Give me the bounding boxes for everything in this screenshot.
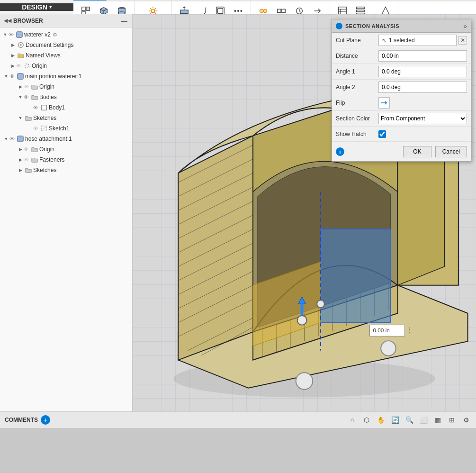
tree-label-hose-sketches: Sketches — [33, 167, 56, 173]
tab-plastic[interactable]: PLASTIC — [235, 0, 275, 0]
ok-button[interactable]: OK — [403, 146, 431, 157]
tree-arrow-bodies[interactable]: ▼ — [17, 94, 24, 100]
section-panel-expand-btn[interactable]: » — [463, 22, 467, 30]
display-mode-icon[interactable]: ▦ — [432, 415, 443, 425]
tree-arrow-named-views[interactable]: ▶ — [9, 52, 16, 59]
eye-origin[interactable]: 👁 — [16, 63, 21, 69]
tree-arrow-hose-sketches[interactable]: ▶ — [17, 167, 24, 173]
eye-fasteners[interactable]: 👁 — [24, 157, 29, 163]
grid-icon[interactable]: ⊞ — [447, 415, 457, 425]
home-icon[interactable]: ⌂ — [347, 415, 358, 425]
flip-label: Flip — [336, 100, 378, 106]
tab-surface[interactable]: SURFACE — [107, 0, 149, 0]
tree-arrow-fasteners[interactable]: ▶ — [17, 156, 24, 163]
viewport[interactable]: 0.00 in ⋮ SECTION ANALYSIS » Cut Plane ↖… — [133, 14, 476, 411]
action-buttons: OK Cancel — [403, 146, 467, 157]
tree-item-root[interactable]: ▼ 👁 waterer v2 ⚙ — [0, 29, 132, 40]
eye-hose[interactable]: 👁 — [9, 136, 15, 142]
tree-item-hose[interactable]: ▼ 👁 hose attachment:1 — [0, 134, 132, 144]
design-label: DESIGN — [22, 3, 47, 11]
flip-button[interactable] — [378, 97, 390, 109]
add-comment-btn[interactable]: + — [41, 415, 50, 425]
tree-arrow-root[interactable]: ▼ — [2, 31, 9, 38]
tree-item-fasteners[interactable]: ▶ 👁 Fasteners — [0, 155, 132, 165]
cut-plane-selected-badge[interactable]: ↖ 1 selected — [378, 35, 457, 46]
eye-hose-origin[interactable]: 👁 — [24, 146, 29, 152]
tree-item-sketch1[interactable]: ▶ 👁 Sketch1 — [0, 123, 132, 134]
tree-item-sketches[interactable]: ▼ Sketches — [0, 113, 132, 123]
svg-point-70 — [317, 300, 324, 308]
angle2-input[interactable] — [378, 82, 467, 93]
tree-arrow-main-portion[interactable]: ▼ — [3, 73, 9, 80]
tree-item-doc-settings[interactable]: ▶ Document Settings — [0, 40, 132, 50]
tree-label-hose-origin: Origin — [39, 146, 54, 153]
eye-bodies[interactable]: 👁 — [24, 94, 29, 100]
design-button-area[interactable]: DESIGN ▾ — [0, 3, 73, 11]
eye-root[interactable]: 👁 — [9, 32, 14, 37]
tree-arrow-origin[interactable]: ▶ — [9, 63, 16, 69]
fit-icon[interactable]: ⬜ — [418, 415, 429, 425]
folder-icon-bodies — [31, 93, 38, 101]
tab-mesh[interactable]: MESH — [149, 0, 181, 0]
tree-arrow-sketches[interactable]: ▼ — [17, 115, 24, 121]
show-hatch-checkbox[interactable] — [378, 130, 386, 138]
section-color-label: Section Color — [336, 115, 378, 122]
browser-header: ◀◀ BROWSER — — [0, 14, 132, 27]
root-settings-icon[interactable]: ⚙ — [53, 32, 57, 38]
svg-rect-0 — [82, 7, 85, 10]
svg-point-10 — [234, 10, 236, 11]
eye-body1[interactable]: 👁 — [33, 105, 38, 110]
tree-arrow-hose[interactable]: ▼ — [3, 136, 9, 142]
flip-row: Flip — [332, 95, 471, 111]
design-button[interactable]: DESIGN ▾ — [22, 3, 52, 11]
browser-collapse-icon[interactable]: ◀◀ — [4, 18, 11, 24]
nav-cube-icon[interactable]: ⬡ — [361, 415, 372, 425]
eye-sketch1[interactable]: 👁 — [33, 126, 38, 131]
tree-label-sketches: Sketches — [33, 115, 56, 121]
tree-item-hose-sketches[interactable]: ▶ Sketches — [0, 165, 132, 175]
distance-input[interactable] — [378, 50, 467, 62]
tree-arrow-origin-sub[interactable]: ▶ — [17, 83, 24, 90]
pan-icon[interactable]: ✋ — [376, 415, 386, 425]
info-button[interactable]: i — [336, 147, 344, 156]
eye-main-portion[interactable]: 👁 — [9, 73, 15, 79]
cut-plane-clear-btn[interactable]: ✕ — [458, 36, 467, 45]
svg-rect-19 — [356, 7, 364, 9]
tab-solid[interactable]: SOLID — [73, 0, 107, 0]
svg-rect-18 — [338, 7, 346, 15]
svg-point-25 — [25, 64, 29, 68]
svg-rect-27 — [42, 105, 47, 110]
tree-item-bodies[interactable]: ▼ 👁 Bodies — [0, 92, 132, 102]
eye-origin-sub[interactable]: 👁 — [24, 84, 29, 90]
file-tree: ▼ 👁 waterer v2 ⚙ ▶ Document Settings ▶ — [0, 27, 132, 411]
browser-minimize-btn[interactable]: — — [120, 17, 128, 25]
tab-manage[interactable]: MANAGE — [317, 0, 357, 0]
comments-section: COMMENTS + — [5, 415, 50, 425]
tree-item-hose-origin[interactable]: ▶ 👁 Origin — [0, 144, 132, 155]
angle1-input[interactable] — [378, 66, 467, 77]
settings-icon[interactable]: ⚙ — [461, 415, 471, 425]
tree-arrow-hose-origin[interactable]: ▶ — [17, 146, 24, 153]
section-analysis-panel: SECTION ANALYSIS » Cut Plane ↖ 1 selecte… — [332, 19, 471, 162]
tree-item-main-portion[interactable]: ▼ 👁 main portion waterer:1 — [0, 71, 132, 82]
orbit-icon[interactable]: 🔄 — [390, 415, 400, 425]
svg-point-71 — [297, 316, 307, 325]
tab-utilities[interactable]: UTILITIES — [275, 0, 317, 0]
cancel-button[interactable]: Cancel — [435, 146, 467, 157]
svg-rect-7 — [180, 10, 188, 13]
cut-plane-row: Cut Plane ↖ 1 selected ✕ — [332, 33, 471, 48]
section-color-select[interactable]: From Component Custom — [378, 113, 467, 124]
zoom-icon[interactable]: 🔍 — [404, 415, 414, 425]
folder-icon-sketches — [25, 114, 32, 122]
angle1-row: Angle 1 — [332, 64, 471, 80]
tab-sheet-metal[interactable]: SHEET METAL — [181, 0, 235, 0]
svg-point-73 — [381, 341, 396, 356]
tree-item-origin-sub[interactable]: ▶ 👁 Origin — [0, 82, 132, 92]
tree-item-body1[interactable]: ▶ 👁 Body1 — [0, 102, 132, 113]
folder-icon-fasteners — [31, 156, 38, 164]
tree-arrow-doc[interactable]: ▶ — [9, 42, 16, 48]
tree-item-named-views[interactable]: ▶ Named Views — [0, 50, 132, 61]
tree-item-origin[interactable]: ▶ 👁 Origin — [0, 61, 132, 71]
svg-point-24 — [20, 44, 22, 46]
svg-rect-9 — [217, 8, 223, 13]
